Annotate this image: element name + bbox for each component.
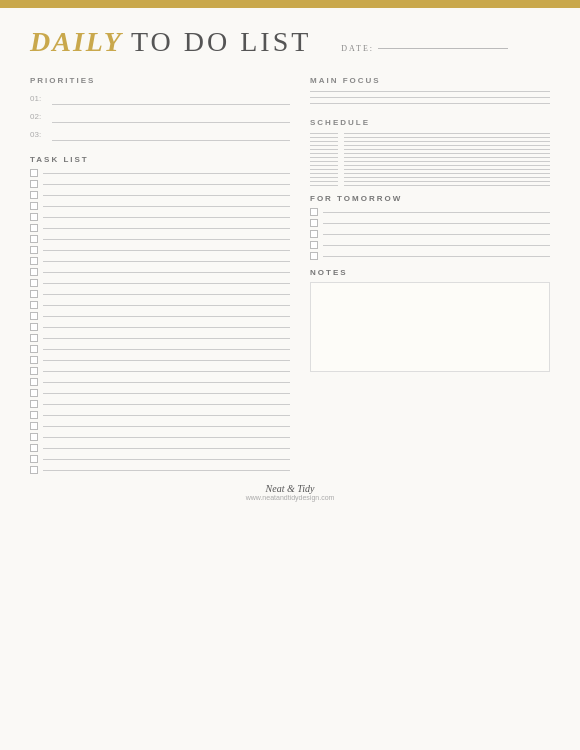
task-line — [43, 261, 290, 262]
task-line — [43, 195, 290, 196]
date-label: DATE: — [341, 44, 508, 53]
list-item — [30, 466, 290, 474]
checkbox[interactable] — [30, 268, 38, 276]
list-item — [310, 185, 550, 186]
list-item — [310, 165, 550, 166]
sched-entry — [344, 181, 550, 182]
task-line — [43, 459, 290, 460]
title-daily: DAILY — [30, 26, 123, 58]
sched-entry — [344, 165, 550, 166]
notes-section: NOTES — [310, 268, 550, 372]
checkbox[interactable] — [30, 422, 38, 430]
task-line — [43, 426, 290, 427]
time-slot — [310, 177, 338, 178]
schedule-label: SCHEDULE — [310, 118, 550, 127]
checkbox[interactable] — [30, 279, 38, 287]
task-line — [43, 217, 290, 218]
checkbox[interactable] — [30, 334, 38, 342]
list-item — [30, 323, 290, 331]
priority-input-3[interactable] — [52, 127, 290, 141]
checkbox[interactable] — [310, 208, 318, 216]
footer: Neat & Tidy www.neatandtidydesign.com — [30, 483, 550, 501]
time-slot — [310, 133, 338, 134]
task-line — [43, 206, 290, 207]
checkbox[interactable] — [30, 466, 38, 474]
time-slot — [310, 145, 338, 146]
left-column: PRIORITIES 01: 02: 03: TASK LIST — [30, 76, 290, 477]
list-item — [30, 213, 290, 221]
for-tomorrow-label: FOR TOMORROW — [310, 194, 550, 203]
priority-input-1[interactable] — [52, 91, 290, 105]
task-line — [323, 223, 550, 224]
checkbox[interactable] — [30, 356, 38, 364]
task-line — [43, 349, 290, 350]
list-item — [30, 356, 290, 364]
checkbox[interactable] — [310, 230, 318, 238]
task-line — [43, 360, 290, 361]
list-item — [310, 252, 550, 260]
focus-line-1 — [310, 91, 550, 92]
sched-entry — [344, 141, 550, 142]
focus-line-2 — [310, 97, 550, 98]
list-item — [30, 180, 290, 188]
priority-num-1: 01: — [30, 94, 46, 103]
checkbox[interactable] — [30, 224, 38, 232]
task-line — [43, 250, 290, 251]
task-line — [43, 393, 290, 394]
checkbox[interactable] — [30, 235, 38, 243]
notes-box[interactable] — [310, 282, 550, 372]
task-line — [43, 404, 290, 405]
right-column: MAIN FOCUS SCHEDULE — [310, 76, 550, 477]
time-slot — [310, 149, 338, 150]
checkbox[interactable] — [30, 378, 38, 386]
checkbox[interactable] — [30, 444, 38, 452]
checkbox[interactable] — [30, 389, 38, 397]
checkbox[interactable] — [30, 301, 38, 309]
checkbox[interactable] — [30, 312, 38, 320]
sched-entry — [344, 137, 550, 138]
task-line — [43, 437, 290, 438]
sched-entry — [344, 145, 550, 146]
checkbox[interactable] — [30, 169, 38, 177]
list-item — [30, 411, 290, 419]
task-line — [323, 234, 550, 235]
checkbox[interactable] — [30, 191, 38, 199]
list-item — [30, 444, 290, 452]
list-item — [310, 133, 550, 134]
checkbox[interactable] — [30, 433, 38, 441]
checkbox[interactable] — [30, 213, 38, 221]
sched-entry — [344, 157, 550, 158]
list-item — [310, 137, 550, 138]
task-line — [323, 245, 550, 246]
checkbox[interactable] — [30, 202, 38, 210]
priority-input-2[interactable] — [52, 109, 290, 123]
checkbox[interactable] — [30, 290, 38, 298]
list-item — [30, 422, 290, 430]
checkbox[interactable] — [30, 345, 38, 353]
checkbox[interactable] — [310, 219, 318, 227]
for-tomorrow-section: FOR TOMORROW — [310, 194, 550, 260]
checkbox[interactable] — [310, 241, 318, 249]
task-line — [323, 212, 550, 213]
list-item — [30, 202, 290, 210]
task-line — [43, 448, 290, 449]
checkbox[interactable] — [30, 180, 38, 188]
checkbox[interactable] — [30, 323, 38, 331]
checkbox[interactable] — [30, 400, 38, 408]
priority-row-3: 03: — [30, 127, 290, 141]
list-item — [310, 161, 550, 162]
focus-line-3 — [310, 103, 550, 104]
checkbox[interactable] — [30, 411, 38, 419]
checkbox[interactable] — [30, 257, 38, 265]
priority-row-2: 02: — [30, 109, 290, 123]
header: DAILY TO DO LIST DATE: — [30, 26, 550, 58]
priority-num-3: 03: — [30, 130, 46, 139]
title-rest: TO DO LIST — [131, 26, 311, 58]
task-line — [43, 272, 290, 273]
checkbox[interactable] — [30, 246, 38, 254]
checkbox[interactable] — [30, 455, 38, 463]
checkbox[interactable] — [310, 252, 318, 260]
task-line — [43, 470, 290, 471]
task-line — [43, 415, 290, 416]
checkbox[interactable] — [30, 367, 38, 375]
